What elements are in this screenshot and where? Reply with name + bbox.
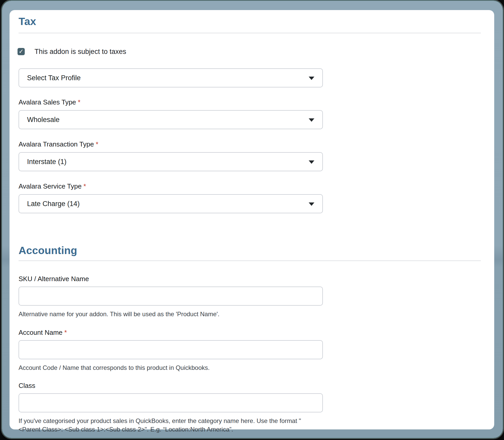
tax-profile-select[interactable]: Select Tax Profile [19, 68, 323, 87]
required-asterisk: * [96, 140, 98, 148]
dropdown-arrow-icon [309, 202, 314, 206]
avalara-service-type-select[interactable]: Late Charge (14) [19, 194, 323, 213]
sku-input[interactable] [19, 287, 323, 306]
class-input[interactable] [19, 393, 323, 412]
avalara-sales-type-value: Wholesale [19, 116, 60, 124]
label-text: Class [19, 382, 35, 389]
subject-to-taxes-label: This addon is subject to taxes [35, 48, 126, 56]
avalara-service-type-label: Avalara Service Type* [19, 182, 481, 190]
subject-to-taxes-row: ✓ This addon is subject to taxes [18, 47, 481, 56]
account-name-input[interactable] [19, 340, 323, 359]
dropdown-arrow-icon [309, 118, 314, 122]
tax-profile-select-value: Select Tax Profile [19, 74, 81, 82]
checkmark-icon: ✓ [19, 48, 23, 54]
avalara-sales-type-label: Avalara Sales Type* [19, 98, 481, 106]
avalara-sales-type-select[interactable]: Wholesale [19, 110, 323, 129]
label-text: Avalara Service Type [19, 182, 82, 190]
label-text: Avalara Sales Type [19, 98, 76, 106]
sku-label: SKU / Alternative Name [19, 275, 481, 283]
avalara-service-type-value: Late Charge (14) [19, 200, 80, 208]
sku-helper-text: Alternative name for your addon. This wi… [19, 310, 326, 318]
class-label: Class [19, 382, 481, 389]
dropdown-arrow-icon [309, 77, 314, 80]
label-text: Account Name [19, 329, 63, 336]
form-card: Tax ✓ This addon is subject to taxes Sel… [10, 10, 494, 429]
required-asterisk: * [64, 329, 67, 336]
label-text: Avalara Transaction Type [19, 140, 94, 148]
section-divider [19, 260, 481, 261]
class-helper-text: If you've categorised your product sales… [19, 417, 326, 434]
required-asterisk: * [83, 182, 86, 190]
label-text: SKU / Alternative Name [19, 275, 89, 283]
accounting-section-title: Accounting [19, 245, 481, 256]
avalara-transaction-type-label: Avalara Transaction Type* [19, 140, 481, 148]
tax-section-title: Tax [19, 10, 481, 27]
dropdown-arrow-icon [309, 160, 314, 164]
required-asterisk: * [78, 98, 80, 106]
account-name-label: Account Name* [19, 329, 481, 336]
avalara-transaction-type-value: Interstate (1) [19, 158, 66, 166]
avalara-transaction-type-select[interactable]: Interstate (1) [19, 152, 323, 171]
account-name-helper-text: Account Code / Name that corresponds to … [19, 363, 326, 372]
section-divider [19, 33, 481, 33]
subject-to-taxes-checkbox[interactable]: ✓ [18, 48, 25, 55]
